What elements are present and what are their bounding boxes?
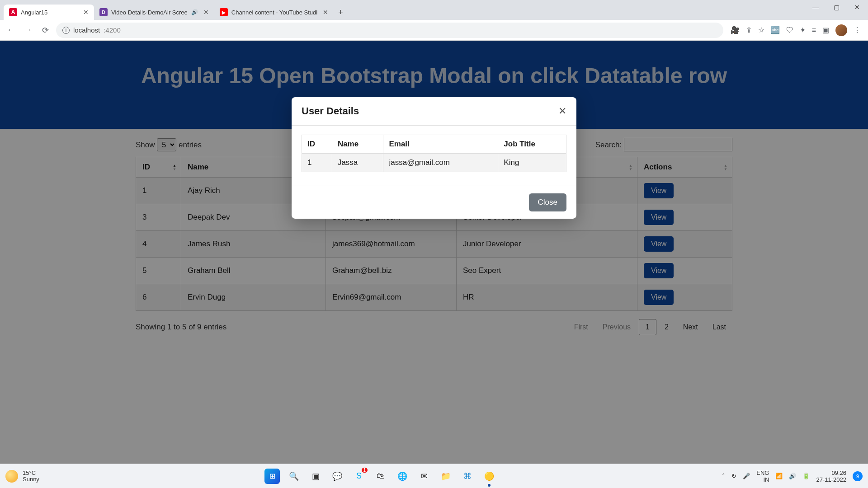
tab-strip: A Angular15 ✕ D Video Details-DemoAir Sc…	[0, 0, 868, 20]
skype-icon[interactable]: S1	[351, 469, 367, 484]
camera-icon[interactable]: 🎥	[731, 26, 740, 34]
system-tray: ˄ ↻ 🎤 ENG IN 📶 🔊 🔋 09:26 27-11-2022 9	[722, 469, 863, 483]
side-panel-icon[interactable]: ▣	[822, 26, 829, 34]
angular-icon: A	[9, 8, 17, 16]
modal-col-name: Name	[332, 135, 383, 154]
toolbar-right: 🎥 ⇪ ☆ 🔤 🛡 ✦ ≡ ▣ ⋮	[728, 24, 863, 36]
mic-icon[interactable]: 🎤	[743, 473, 750, 479]
url-host: localhost	[73, 26, 100, 34]
windows-taskbar: 15°C Sunny ⊞ 🔍 ▣ 💬 S1 🛍 🌐 ✉ 📁 ⌘ 🟡 ˄ ↻ 🎤 …	[0, 464, 868, 488]
vscode-icon[interactable]: ⌘	[460, 469, 475, 484]
address-bar: ← → ⟳ i localhost:4200 🎥 ⇪ ☆ 🔤 🛡 ✦ ≡ ▣ ⋮	[0, 20, 868, 41]
modal-cell-job: King	[498, 154, 566, 172]
tab-close-icon[interactable]: ✕	[83, 9, 89, 16]
window-close-button[interactable]: ✕	[847, 0, 867, 14]
modal-table-row: 1 Jassa jassa@gmail.com King	[302, 154, 566, 172]
chevron-up-icon[interactable]: ˄	[722, 473, 725, 479]
share-icon[interactable]: ⇪	[746, 26, 752, 34]
page-viewport: Angular 15 Open Bootstrap Modal on click…	[0, 41, 868, 464]
modal-title: User Details	[302, 105, 359, 117]
language-indicator[interactable]: ENG IN	[756, 469, 769, 483]
explorer-icon[interactable]: 📁	[438, 469, 453, 484]
browser-tab[interactable]: A Angular15 ✕	[4, 5, 94, 20]
clock[interactable]: 09:26 27-11-2022	[816, 469, 846, 483]
battery-icon[interactable]: 🔋	[802, 473, 810, 479]
chat-app-icon[interactable]: 💬	[330, 469, 345, 484]
bookmark-icon[interactable]: ☆	[758, 26, 764, 34]
demoair-icon: D	[99, 8, 108, 16]
extension-translate-icon[interactable]: 🔤	[771, 26, 780, 34]
reload-button[interactable]: ⟳	[39, 24, 52, 37]
taskbar-weather[interactable]: 15°C Sunny	[5, 470, 39, 483]
youtube-icon: ▶	[220, 8, 228, 16]
taskbar-apps: ⊞ 🔍 ▣ 💬 S1 🛍 🌐 ✉ 📁 ⌘ 🟡	[264, 469, 497, 484]
modal-col-job: Job Title	[498, 135, 566, 154]
site-info-icon[interactable]: i	[62, 27, 70, 34]
user-detail-table: ID Name Email Job Title 1 Jassa jassa@gm…	[302, 135, 566, 172]
sync-icon[interactable]: ↻	[731, 473, 736, 479]
sun-icon	[5, 470, 18, 483]
volume-icon[interactable]: 🔊	[789, 473, 796, 479]
browser-tab[interactable]: ▶ Channel content - YouTube Studi ✕	[214, 5, 334, 20]
kebab-menu-icon[interactable]: ⋮	[854, 26, 861, 34]
browser-chrome: A Angular15 ✕ D Video Details-DemoAir Sc…	[0, 0, 868, 41]
reading-list-icon[interactable]: ≡	[812, 26, 816, 34]
notification-count-badge[interactable]: 9	[853, 471, 863, 481]
task-view-button[interactable]: ▣	[308, 469, 323, 484]
badge-count: 1	[362, 468, 368, 473]
modal-cell-email: jassa@gmail.com	[383, 154, 498, 172]
modal-col-id: ID	[302, 135, 332, 154]
modal-close-button[interactable]: Close	[529, 193, 566, 211]
start-button[interactable]: ⊞	[264, 469, 280, 484]
url-port: :4200	[104, 26, 121, 34]
search-button[interactable]: 🔍	[286, 469, 302, 484]
tab-close-icon[interactable]: ✕	[203, 9, 209, 16]
weather-desc: Sunny	[23, 476, 39, 483]
tab-title: Channel content - YouTube Studi	[231, 9, 317, 16]
audio-icon[interactable]: 🔊	[191, 9, 198, 15]
store-icon[interactable]: 🛍	[373, 469, 388, 484]
weather-temp: 15°C	[23, 470, 39, 476]
mail-icon[interactable]: ✉	[416, 469, 432, 484]
forward-button[interactable]: →	[22, 24, 34, 37]
url-input[interactable]: i localhost:4200	[56, 23, 723, 38]
new-tab-button[interactable]: +	[334, 5, 348, 20]
modal-close-icon[interactable]: ✕	[558, 105, 566, 117]
extensions-icon[interactable]: ✦	[800, 26, 806, 34]
tab-title: Video Details-DemoAir Scree	[111, 9, 188, 16]
profile-avatar[interactable]	[835, 24, 847, 36]
browser-tab[interactable]: D Video Details-DemoAir Scree 🔊 ✕	[94, 5, 214, 20]
shield-icon[interactable]: 🛡	[786, 26, 793, 34]
tab-close-icon[interactable]: ✕	[323, 9, 328, 16]
modal-col-email: Email	[383, 135, 498, 154]
user-details-modal: User Details ✕ ID Name Email Job Title 1…	[292, 97, 576, 219]
wifi-icon[interactable]: 📶	[775, 473, 783, 479]
window-maximize-button[interactable]: ▢	[826, 0, 846, 14]
chrome-icon[interactable]: 🟡	[481, 469, 497, 484]
back-button[interactable]: ←	[5, 24, 17, 37]
window-minimize-button[interactable]: —	[806, 0, 826, 14]
edge-icon[interactable]: 🌐	[395, 469, 410, 484]
modal-cell-name: Jassa	[332, 154, 383, 172]
tab-title: Angular15	[21, 9, 78, 16]
modal-cell-id: 1	[302, 154, 332, 172]
